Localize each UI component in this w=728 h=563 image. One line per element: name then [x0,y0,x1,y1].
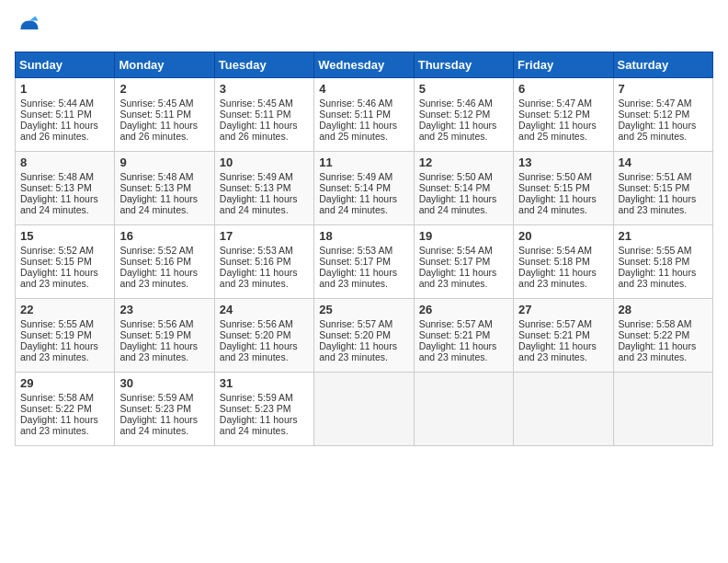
sunset-text: Sunset: 5:14 PM [319,182,391,193]
sunset-text: Sunset: 5:16 PM [220,256,291,267]
sunset-text: Sunset: 5:11 PM [319,109,391,120]
daylight-label: Daylight: 11 hours [119,193,198,204]
daylight-label: Daylight: 11 hours [119,414,198,425]
calendar-cell: 6 Sunrise: 5:47 AM Sunset: 5:12 PM Dayli… [514,78,613,152]
sunrise-text: Sunrise: 5:53 AM [319,245,392,256]
day-number: 20 [518,229,608,243]
daylight-minutes: and 26 minutes. [119,131,188,142]
daylight-minutes: and 23 minutes. [419,351,488,362]
sunset-text: Sunset: 5:18 PM [518,256,590,267]
sunset-text: Sunset: 5:20 PM [319,329,391,340]
sunrise-text: Sunrise: 5:46 AM [419,98,493,109]
calendar-cell: 25 Sunrise: 5:57 AM Sunset: 5:20 PM Dayl… [314,299,414,373]
day-number: 16 [119,229,209,243]
daylight-label: Daylight: 11 hours [220,120,298,131]
calendar-cell [414,373,513,446]
calendar-cell: 29 Sunrise: 5:58 AM Sunset: 5:22 PM Dayl… [16,373,115,446]
calendar-cell: 20 Sunrise: 5:54 AM Sunset: 5:18 PM Dayl… [514,225,613,299]
sunrise-text: Sunrise: 5:52 AM [119,245,193,256]
daylight-label: Daylight: 11 hours [319,340,397,351]
daylight-minutes: and 24 minutes. [119,425,188,436]
daylight-minutes: and 23 minutes. [619,351,688,362]
daylight-label: Daylight: 11 hours [518,340,597,351]
daylight-label: Daylight: 11 hours [419,340,497,351]
calendar-cell: 9 Sunrise: 5:48 AM Sunset: 5:13 PM Dayli… [115,152,214,225]
calendar-cell: 7 Sunrise: 5:47 AM Sunset: 5:12 PM Dayli… [613,78,712,152]
sunset-text: Sunset: 5:15 PM [518,182,590,193]
calendar-cell: 4 Sunrise: 5:46 AM Sunset: 5:11 PM Dayli… [314,78,414,152]
sunrise-text: Sunrise: 5:49 AM [220,171,293,182]
sunset-text: Sunset: 5:21 PM [518,329,590,340]
calendar-week-row: 15 Sunrise: 5:52 AM Sunset: 5:15 PM Dayl… [16,225,713,299]
calendar-week-row: 29 Sunrise: 5:58 AM Sunset: 5:22 PM Dayl… [16,373,713,446]
sunset-text: Sunset: 5:15 PM [619,182,690,193]
calendar-cell [514,373,613,446]
sunrise-text: Sunrise: 5:45 AM [220,98,293,109]
daylight-minutes: and 23 minutes. [518,351,587,362]
calendar-cell: 28 Sunrise: 5:58 AM Sunset: 5:22 PM Dayl… [613,299,712,373]
sunrise-text: Sunrise: 5:44 AM [20,98,94,109]
calendar-cell: 30 Sunrise: 5:59 AM Sunset: 5:23 PM Dayl… [115,373,214,446]
logo-icon [15,15,44,44]
sunrise-text: Sunrise: 5:47 AM [619,98,692,109]
daylight-minutes: and 23 minutes. [20,351,89,362]
day-number: 4 [319,82,408,96]
page-header [15,15,713,44]
sunset-text: Sunset: 5:12 PM [619,109,690,120]
calendar-cell: 1 Sunrise: 5:44 AM Sunset: 5:11 PM Dayli… [16,78,115,152]
day-number: 28 [619,303,708,316]
day-number: 21 [619,229,708,243]
header-friday: Friday [514,52,613,78]
daylight-minutes: and 24 minutes. [220,425,289,436]
daylight-minutes: and 26 minutes. [220,131,289,142]
day-number: 22 [20,303,109,316]
day-number: 24 [220,303,309,316]
calendar-cell: 21 Sunrise: 5:55 AM Sunset: 5:18 PM Dayl… [613,225,712,299]
day-number: 9 [119,155,209,169]
daylight-label: Daylight: 11 hours [20,120,98,131]
daylight-label: Daylight: 11 hours [220,414,298,425]
sunset-text: Sunset: 5:22 PM [20,403,92,414]
daylight-minutes: and 23 minutes. [319,278,388,289]
day-number: 8 [20,155,109,169]
sunset-text: Sunset: 5:17 PM [419,256,491,267]
sunset-text: Sunset: 5:23 PM [119,403,191,414]
calendar-cell [613,373,712,446]
sunrise-text: Sunrise: 5:55 AM [619,245,692,256]
calendar-cell: 19 Sunrise: 5:54 AM Sunset: 5:17 PM Dayl… [414,225,513,299]
daylight-label: Daylight: 11 hours [220,340,298,351]
day-number: 30 [119,376,209,390]
sunset-text: Sunset: 5:19 PM [119,329,191,340]
daylight-minutes: and 26 minutes. [20,131,89,142]
daylight-minutes: and 23 minutes. [619,204,688,215]
daylight-minutes: and 23 minutes. [20,278,89,289]
calendar-cell: 24 Sunrise: 5:56 AM Sunset: 5:20 PM Dayl… [214,299,313,373]
calendar-cell: 5 Sunrise: 5:46 AM Sunset: 5:12 PM Dayli… [414,78,513,152]
sunset-text: Sunset: 5:22 PM [619,329,690,340]
daylight-label: Daylight: 11 hours [319,120,397,131]
daylight-label: Daylight: 11 hours [419,193,497,204]
sunrise-text: Sunrise: 5:49 AM [319,171,392,182]
sunrise-text: Sunrise: 5:57 AM [419,318,493,329]
day-number: 2 [119,82,209,96]
daylight-label: Daylight: 11 hours [119,340,198,351]
calendar-cell: 26 Sunrise: 5:57 AM Sunset: 5:21 PM Dayl… [414,299,513,373]
sunrise-text: Sunrise: 5:58 AM [619,318,692,329]
daylight-label: Daylight: 11 hours [220,193,298,204]
sunset-text: Sunset: 5:12 PM [419,109,491,120]
day-number: 13 [518,155,608,169]
day-number: 11 [319,155,408,169]
sunset-text: Sunset: 5:15 PM [20,256,92,267]
header-monday: Monday [115,52,214,78]
sunrise-text: Sunrise: 5:58 AM [20,392,94,403]
daylight-minutes: and 25 minutes. [619,131,688,142]
sunrise-text: Sunrise: 5:59 AM [220,392,293,403]
day-number: 12 [419,155,508,169]
sunrise-text: Sunrise: 5:47 AM [518,98,592,109]
day-number: 17 [220,229,309,243]
daylight-minutes: and 23 minutes. [619,278,688,289]
day-number: 6 [518,82,608,96]
daylight-label: Daylight: 11 hours [220,267,298,278]
calendar-table: Sunday Monday Tuesday Wednesday Thursday… [15,52,713,446]
header-sunday: Sunday [16,52,115,78]
